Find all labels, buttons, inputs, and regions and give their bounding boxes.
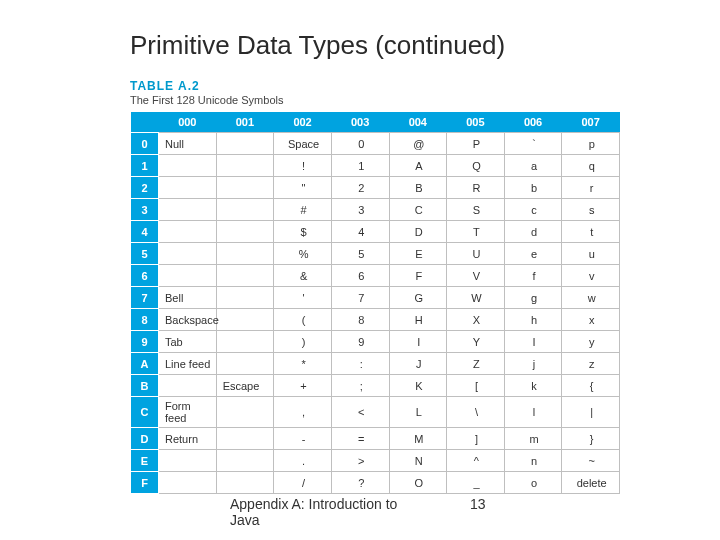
cell: ~ — [562, 450, 620, 472]
cell: 4 — [331, 221, 389, 243]
cell: A — [389, 155, 447, 177]
cell: E — [389, 243, 447, 265]
row-label: A — [131, 353, 159, 375]
cell: $ — [274, 221, 332, 243]
cell: p — [562, 133, 620, 155]
table-row: ALine feed*:JZjz — [131, 353, 620, 375]
table-row: 5%5EUeu — [131, 243, 620, 265]
cell: a — [504, 155, 562, 177]
cell: Line feed — [159, 353, 217, 375]
cell: X — [447, 309, 505, 331]
cell: } — [562, 428, 620, 450]
cell: v — [562, 265, 620, 287]
cell — [159, 221, 217, 243]
cell: 1 — [331, 155, 389, 177]
cell: ) — [274, 331, 332, 353]
cell: H — [389, 309, 447, 331]
cell: M — [389, 428, 447, 450]
table-row: 0NullSpace0@P`p — [131, 133, 620, 155]
row-label: 1 — [131, 155, 159, 177]
cell: - — [274, 428, 332, 450]
cell: < — [331, 397, 389, 428]
cell: # — [274, 199, 332, 221]
cell: m — [504, 428, 562, 450]
cell — [159, 265, 217, 287]
footer: Appendix A: Introduction to Java 13 — [0, 496, 720, 528]
cell: B — [389, 177, 447, 199]
cell: x — [562, 309, 620, 331]
cell: G — [389, 287, 447, 309]
cell: ` — [504, 133, 562, 155]
cell — [159, 450, 217, 472]
cell: Tab — [159, 331, 217, 353]
cell: Y — [447, 331, 505, 353]
cell — [159, 177, 217, 199]
row-label: 7 — [131, 287, 159, 309]
col-006: 006 — [504, 112, 562, 133]
cell: z — [562, 353, 620, 375]
col-007: 007 — [562, 112, 620, 133]
cell: delete — [562, 472, 620, 494]
table-row: 4$4DTdt — [131, 221, 620, 243]
cell: c — [504, 199, 562, 221]
cell — [216, 177, 274, 199]
cell: U — [447, 243, 505, 265]
row-label: 6 — [131, 265, 159, 287]
cell: g — [504, 287, 562, 309]
cell: V — [447, 265, 505, 287]
col-blank — [131, 112, 159, 133]
table-row: 6&6FVfv — [131, 265, 620, 287]
col-002: 002 — [274, 112, 332, 133]
table-row: 2"2BRbr — [131, 177, 620, 199]
cell: f — [504, 265, 562, 287]
cell — [159, 155, 217, 177]
cell: [ — [447, 375, 505, 397]
unicode-table: 000 001 002 003 004 005 006 007 0NullSpa… — [130, 112, 620, 494]
cell: W — [447, 287, 505, 309]
cell: L — [389, 397, 447, 428]
cell: \ — [447, 397, 505, 428]
cell: > — [331, 450, 389, 472]
cell — [216, 287, 274, 309]
cell: J — [389, 353, 447, 375]
row-label: B — [131, 375, 159, 397]
cell: l — [504, 397, 562, 428]
cell: k — [504, 375, 562, 397]
cell — [159, 243, 217, 265]
cell: 7 — [331, 287, 389, 309]
cell: b — [504, 177, 562, 199]
table-caption: The First 128 Unicode Symbols — [130, 94, 620, 106]
cell: @ — [389, 133, 447, 155]
cell — [216, 428, 274, 450]
cell: _ — [447, 472, 505, 494]
cell: : — [331, 353, 389, 375]
cell: . — [274, 450, 332, 472]
cell: F — [389, 265, 447, 287]
table-row: 7Bell'7GWgw — [131, 287, 620, 309]
cell: + — [274, 375, 332, 397]
row-label: 2 — [131, 177, 159, 199]
cell: D — [389, 221, 447, 243]
table-row: DReturn-=M]m} — [131, 428, 620, 450]
cell: q — [562, 155, 620, 177]
table-row: CForm feed,<L\l| — [131, 397, 620, 428]
cell: T — [447, 221, 505, 243]
cell — [216, 243, 274, 265]
cell: % — [274, 243, 332, 265]
cell: 0 — [331, 133, 389, 155]
table-label: TABLE A.2 — [130, 79, 620, 93]
table-header-row: 000 001 002 003 004 005 006 007 — [131, 112, 620, 133]
cell: / — [274, 472, 332, 494]
cell: & — [274, 265, 332, 287]
table-row: E.>N^n~ — [131, 450, 620, 472]
cell: O — [389, 472, 447, 494]
cell: ! — [274, 155, 332, 177]
cell: , — [274, 397, 332, 428]
cell: * — [274, 353, 332, 375]
footer-page-number: 13 — [470, 496, 486, 528]
cell: Z — [447, 353, 505, 375]
row-label: 0 — [131, 133, 159, 155]
cell: r — [562, 177, 620, 199]
cell: N — [389, 450, 447, 472]
cell: C — [389, 199, 447, 221]
